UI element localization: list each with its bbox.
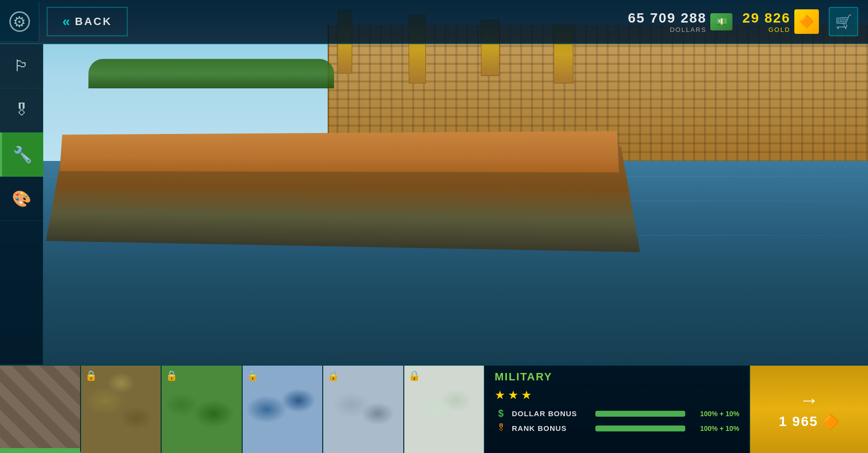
buy-gold-icon: 🔶 [822,414,840,430]
star-2: ★ [508,388,519,402]
sidebar-item-medals[interactable]: 🎖 [0,88,43,133]
tools-icon: 🔧 [13,145,32,164]
star-3: ★ [521,388,532,402]
lock-icon-5: 🔒 [327,370,339,383]
buy-price: 1 965 [779,414,818,429]
camo-slot-jungle[interactable]: 🔒 [162,366,243,453]
medal-icon: 🎖 [14,101,29,119]
camo-slot-desert[interactable]: 🔒 [81,366,162,453]
bottom-panel: 🔒 🔒 🔒 🔒 🔒 [0,365,868,453]
lock-icon-6: 🔒 [408,370,420,383]
rank-bonus-label: RANK BONUS [512,424,590,432]
left-sidebar: 🏳 🎖 🔧 🎨 [0,44,43,365]
camo-slot-arctic[interactable]: 🔒 [323,366,404,453]
rank-bonus-percent: 100% + 10% [690,425,739,432]
stars-row: ★ ★ ★ [495,388,739,402]
slot-progress-fill-1 [0,448,80,451]
ship [43,34,700,298]
gold-value: 29 826 [742,10,790,26]
dollar-bonus-label: DOLLAR BONUS [512,409,590,418]
back-button[interactable]: « BACK [47,7,128,36]
ship-deck [59,131,619,172]
camo-slot-winter[interactable]: 🔒 [404,366,485,453]
rank-bonus-icon: 🎖 [495,423,507,433]
lock-icon-4: 🔒 [247,370,258,383]
info-section: MILITARY ★ ★ ★ $ DOLLAR BONUS 100% + 10%… [485,366,750,453]
lock-icon-3: 🔒 [166,370,177,383]
back-label: BACK [75,15,112,28]
settings-button[interactable] [0,2,39,41]
camo-slot-ocean[interactable]: 🔒 [243,366,324,453]
dollar-bonus-percent: 100% + 10% [690,410,739,418]
back-arrows-icon: « [62,14,70,29]
gold-icon: 🔶 [794,9,819,34]
sidebar-item-flags[interactable]: 🏳 [0,44,43,88]
camo-name: MILITARY [495,371,739,383]
star-1: ★ [495,388,505,402]
sidebar-item-paint[interactable]: 🎨 [0,177,43,221]
cart-icon: 🛒 [835,14,852,30]
dollar-bonus-icon: $ [495,408,507,419]
sidebar-item-tools[interactable]: 🔧 [0,133,43,177]
dollar-bonus-fill [595,411,685,417]
camo-grid: 🔒 🔒 🔒 🔒 🔒 [0,366,485,453]
rank-bonus-row: 🎖 RANK BONUS 100% + 10% [495,423,739,433]
camo-slot-military[interactable] [0,366,81,453]
gold-display: 29 826 GOLD 🔶 [742,9,819,34]
cart-button[interactable]: 🛒 [829,7,858,36]
buy-button[interactable]: → 1 965 🔶 [750,366,868,453]
dollars-value: 65 709 288 [628,10,706,26]
lock-icon-2: 🔒 [85,370,97,383]
rank-bonus-bar [595,426,685,431]
gold-label: GOLD [742,26,790,33]
buy-arrow-icon: → [799,389,819,411]
flag-icon: 🏳 [14,57,29,75]
settings-icon [9,11,30,32]
dollar-bonus-row: $ DOLLAR BONUS 100% + 10% [495,408,739,419]
top-bar: « BACK 65 709 288 DOLLARS 💵 29 826 GOLD … [0,0,868,44]
paint-icon: 🎨 [12,189,31,208]
dollars-icon: 💵 [710,13,732,30]
dollars-label: DOLLARS [628,26,706,33]
slot-progress-1 [0,448,80,451]
rank-bonus-fill [595,426,685,431]
dollar-bonus-bar [595,411,685,417]
dollars-display: 65 709 288 DOLLARS 💵 [628,10,732,33]
currency-area: 65 709 288 DOLLARS 💵 29 826 GOLD 🔶 🛒 [628,7,868,36]
